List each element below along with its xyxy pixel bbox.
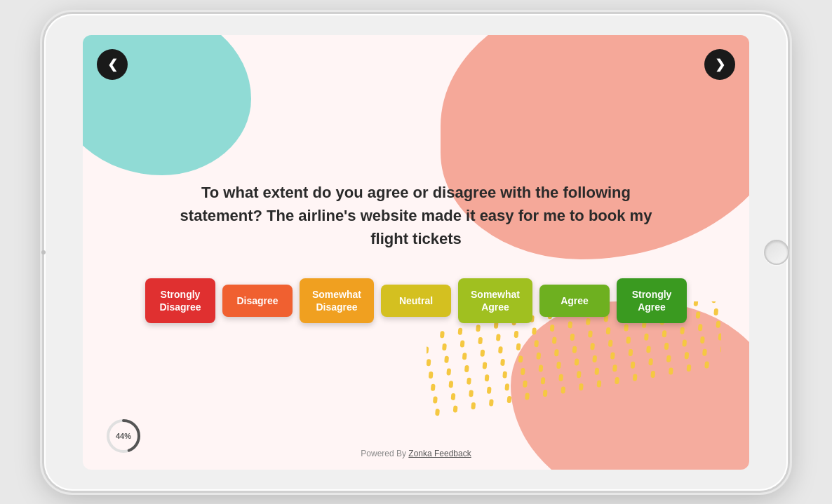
content-area: To what extent do you agree or disagree … bbox=[83, 35, 749, 470]
prev-button[interactable]: ❮ bbox=[97, 49, 128, 80]
survey-screen: ❮ ❯ To what extent do you agree or disag… bbox=[83, 35, 749, 470]
home-button[interactable] bbox=[764, 240, 789, 265]
options-row: StronglyDisagreeDisagreeSomewhatDisagree… bbox=[145, 278, 687, 323]
option-btn-disagree[interactable]: Disagree bbox=[222, 285, 293, 317]
progress-label: 44% bbox=[116, 432, 131, 440]
option-btn-strongly-agree[interactable]: StronglyAgree bbox=[617, 278, 687, 323]
option-btn-somewhat-agree[interactable]: SomewhatAgree bbox=[458, 278, 532, 323]
footer-link[interactable]: Zonka Feedback bbox=[408, 449, 471, 458]
progress-circle: 44% bbox=[104, 416, 143, 456]
next-button[interactable]: ❯ bbox=[704, 49, 735, 80]
tablet-frame: ❮ ❯ To what extent do you agree or disag… bbox=[44, 14, 788, 491]
option-btn-neutral[interactable]: Neutral bbox=[381, 285, 451, 317]
option-btn-agree[interactable]: Agree bbox=[539, 285, 610, 317]
option-btn-somewhat-disagree[interactable]: SomewhatDisagree bbox=[300, 278, 374, 323]
question-text: To what extent do you agree or disagree … bbox=[177, 181, 655, 250]
chevron-right-icon: ❯ bbox=[715, 57, 725, 72]
option-btn-strongly-disagree[interactable]: StronglyDisagree bbox=[145, 278, 215, 323]
footer-text-static: Powered By bbox=[361, 449, 408, 458]
footer: Powered By Zonka Feedback bbox=[361, 449, 471, 458]
progress-area: 44% bbox=[104, 416, 143, 456]
chevron-left-icon: ❮ bbox=[107, 57, 118, 72]
